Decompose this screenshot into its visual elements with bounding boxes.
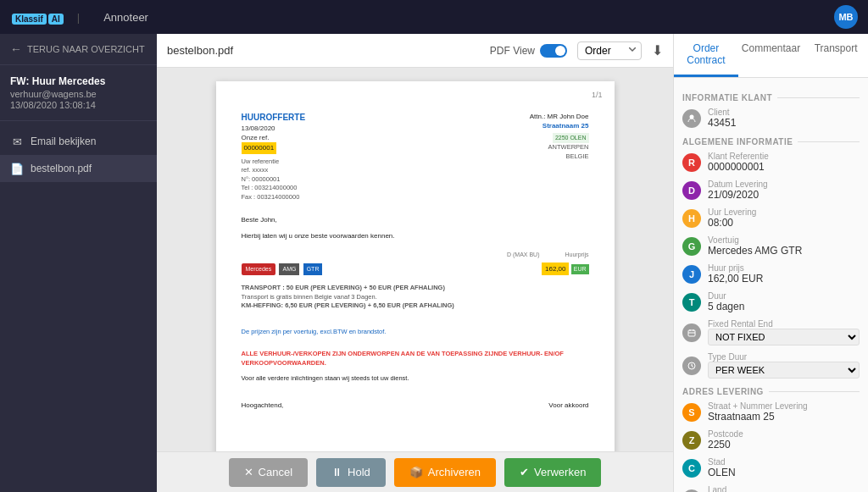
main-layout: ← TERUG NAAR OVERZICHT FW: Huur Mercedes… — [0, 34, 868, 492]
back-button[interactable]: ← TERUG NAAR OVERZICHT — [0, 34, 157, 65]
datum-value: 21/09/2020 — [708, 189, 860, 201]
pdf-price-area: 162,00 EUR — [542, 263, 588, 275]
center-area: bestelbon.pdf PDF View Order Contract Fa… — [157, 34, 673, 492]
straat-row: S Straat + Nummer Levering Straatnaam 25 — [682, 401, 860, 423]
klant-ref-badge: R — [682, 153, 701, 172]
archiveer-icon: 📦 — [409, 466, 423, 478]
fixed-rental-detail: Fixed Rental End NOT FIXED FIXED — [708, 319, 860, 346]
pdf-view-label: PDF View — [490, 45, 535, 57]
section-informatie-klant: INFORMATIE KLANT — [682, 93, 860, 102]
pdf-icon: 📄 — [10, 162, 24, 175]
klant-ref-label: Klant Referentie — [708, 152, 860, 161]
pdf-transport: TRANSPORT : 50 EUR (PER LEVERING) + 50 E… — [242, 284, 589, 311]
datum-badge: D — [682, 181, 701, 200]
tab-order-contract[interactable]: Order Contract — [674, 34, 738, 77]
stad-row: C Stad OLEN — [682, 457, 860, 478]
klant-ref-value: 0000000001 — [708, 161, 860, 173]
eur-badge: EUR — [571, 264, 589, 274]
hold-button[interactable]: ⏸ Hold — [316, 458, 386, 487]
right-panel-content: INFORMATIE KLANT Client 43451 ALGEMENE I… — [674, 78, 868, 492]
pdf-canvas-area: 1/1 HUUROFFERTE 13/08/2020 Onze ref. 000… — [157, 68, 673, 451]
email-date: 13/08/2020 13:08:14 — [10, 100, 147, 110]
postcode-detail: Postcode 2250 — [708, 429, 860, 451]
pdf-olen-row: 2250 OLEN — [422, 133, 589, 143]
uur-value: 08:00 — [708, 217, 860, 229]
archiveer-label: Archiveren — [428, 466, 481, 478]
pdf-huurofferte: HUUROFFERTE — [242, 112, 409, 124]
pdf-attn: Attn.: MR John Doe — [422, 112, 589, 121]
fixed-rental-label: Fixed Rental End — [708, 319, 860, 329]
huur-prijs-badge: J — [682, 265, 701, 284]
verwerken-icon: ✔ — [520, 466, 529, 478]
pdf-olen-badge: 2250 OLEN — [553, 133, 589, 143]
section-adres-levering: ADRES LEVERING — [682, 387, 860, 396]
sidebar-items: ✉ Email bekijken 📄 bestelbon.pdf — [0, 121, 157, 189]
client-row: Client 43451 — [682, 108, 860, 129]
straat-value: Straatnaam 25 — [708, 411, 860, 423]
land-badge — [682, 489, 701, 493]
land-detail: Land Belgie Nederland Luxemburg — [708, 485, 860, 492]
email-icon: ✉ — [10, 135, 24, 148]
sidebar-item-pdf-label: bestelbon.pdf — [31, 163, 92, 174]
datum-label: Datum Levering — [708, 180, 860, 189]
annoteer-label: Annoteer — [103, 11, 148, 24]
tab-commentaar[interactable]: Commentaar — [738, 34, 804, 77]
archiveer-button[interactable]: 📦 Archiveren — [394, 458, 496, 487]
land-row: Land Belgie Nederland Luxemburg — [682, 485, 860, 492]
postcode-badge: Z — [682, 431, 701, 450]
download-icon[interactable]: ⬇ — [652, 42, 663, 58]
pdf-beste: Beste John, — [242, 215, 589, 224]
voertuig-value: Mercedes AMG GTR — [708, 245, 860, 257]
hold-icon: ⏸ — [331, 466, 342, 478]
huur-prijs-label: Huur prijs — [708, 263, 860, 273]
pdf-transport-line-2: Transport is gratis binnen Belgie vanaf … — [242, 293, 589, 302]
amg-badge: AMG — [279, 263, 299, 275]
mercedes-badge: Mercedes — [242, 263, 276, 275]
voertuig-badge: G — [682, 237, 701, 256]
cancel-button[interactable]: ✕ Cancel — [229, 458, 308, 487]
postcode-value: 2250 — [708, 439, 860, 451]
pdf-number-line-3: Fax : 003214000000 — [242, 193, 409, 202]
pdf-hoogachtend: Hoogachtend, — [242, 401, 284, 410]
client-label: Client — [708, 108, 860, 117]
voertuig-label: Voertuig — [708, 235, 860, 245]
pdf-onze-ref: Onze ref. — [242, 133, 409, 142]
email-summary: FW: Huur Mercedes verhuur@wagens.be 13/0… — [0, 65, 157, 121]
datum-levering-row: D Datum Levering 21/09/2020 — [682, 180, 860, 201]
tab-transport[interactable]: Transport — [804, 34, 868, 77]
pdf-page: 1/1 HUUROFFERTE 13/08/2020 Onze ref. 000… — [216, 81, 615, 451]
pdf-voorwaarden: ALLE VERHUUR-/VERKOPEN ZIJN ONDERWORPEN … — [242, 350, 589, 368]
voertuig-row: G Voertuig Mercedes AMG GTR — [682, 235, 860, 257]
email-from: verhuur@wagens.be — [10, 89, 147, 99]
verwerken-button[interactable]: ✔ Verwerken — [504, 458, 601, 487]
user-avatar[interactable]: MB — [834, 5, 858, 29]
land-label: Land — [708, 485, 860, 492]
type-duur-row: Type Duur PER WEEK PER DAG PER MAAND — [682, 352, 860, 379]
sidebar-item-pdf[interactable]: 📄 bestelbon.pdf — [0, 155, 157, 182]
pdf-table-header: D (MAX BU) Huurprijs — [242, 251, 589, 259]
left-sidebar: ← TERUG NAAR OVERZICHT FW: Huur Mercedes… — [0, 34, 157, 492]
pdf-disclaimer: De prijzen zijn per voertuig, excl.BTW e… — [242, 328, 589, 337]
toggle-knob — [555, 46, 565, 56]
pdf-antwerpen: ANTWERPEN — [422, 143, 589, 152]
sidebar-item-email-label: Email bekijken — [31, 135, 96, 147]
sidebar-item-email[interactable]: ✉ Email bekijken — [0, 128, 157, 155]
stad-badge: C — [682, 459, 701, 478]
pdf-table-area: D (MAX BU) Huurprijs Mercedes AMG GTR 16… — [242, 251, 589, 275]
cancel-label: Cancel — [259, 466, 292, 478]
app-logo: KlassifAI — [10, 10, 64, 25]
order-select[interactable]: Order Contract Factuur — [577, 41, 642, 60]
pdf-sign-row: Hoogachtend, Voor akkoord — [242, 401, 589, 410]
client-detail: Client 43451 — [708, 108, 860, 129]
type-duur-label: Type Duur — [708, 352, 860, 362]
huur-prijs-detail: Huur prijs 162,00 EUR — [708, 263, 860, 285]
voertuig-detail: Voertuig Mercedes AMG GTR — [708, 235, 860, 257]
klant-referentie-row: R Klant Referentie 0000000001 — [682, 152, 860, 173]
verwerken-label: Verwerken — [534, 466, 586, 478]
type-duur-select[interactable]: PER WEEK PER DAG PER MAAND — [708, 362, 860, 379]
stad-value: OLEN — [708, 467, 860, 478]
uur-badge: H — [682, 209, 701, 228]
pdf-view-toggle[interactable] — [540, 44, 567, 58]
fixed-rental-select[interactable]: NOT FIXED FIXED — [708, 329, 860, 346]
hold-label: Hold — [348, 466, 370, 478]
